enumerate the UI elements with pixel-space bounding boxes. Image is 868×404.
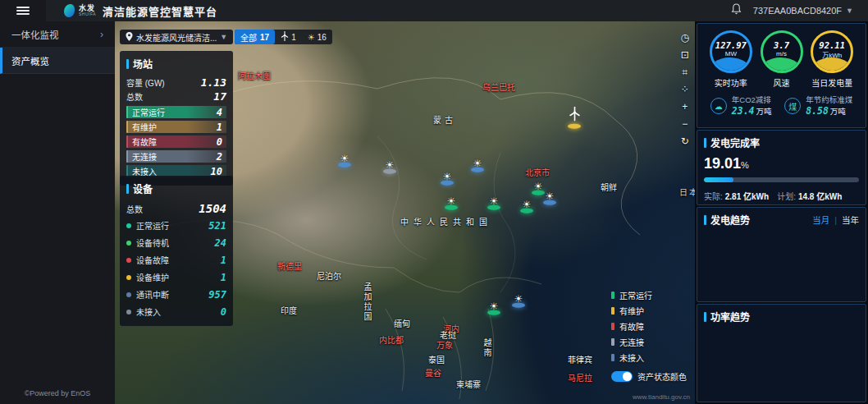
device-status-label: 通讯中断 — [136, 288, 169, 301]
filter-all-button[interactable]: 全部 17 — [235, 30, 275, 44]
device-panel: 设备 总数 1504 正常运行521设备待机24设备故障1设备维护1通讯中断95… — [120, 176, 233, 326]
map-label: 北京市 — [525, 166, 550, 178]
status-dot-icon — [126, 310, 131, 314]
hamburger-menu-button[interactable] — [0, 0, 46, 21]
sidebar-item-integrated-monitoring[interactable]: 一体化监视 › — [0, 21, 115, 48]
app-root: 水发 SHUIFA 清洁能源管控智慧平台 737EAA0BACD8420F ▼ … — [0, 0, 868, 404]
solar-station-marker[interactable]: ☀ — [520, 200, 533, 213]
marker-status-base — [441, 181, 454, 186]
marker-status-base — [471, 168, 484, 172]
shuifa-logo-icon — [64, 4, 75, 17]
marker-status-base — [487, 205, 500, 210]
legend-color-chip — [611, 307, 614, 314]
location-pin-icon — [126, 32, 133, 43]
caret-down-icon: ▼ — [220, 33, 227, 41]
legend-item: 未接入 — [611, 351, 687, 364]
filter-solar-button[interactable]: ☀ 16 — [302, 33, 332, 42]
history-icon[interactable]: ◷ — [681, 33, 689, 43]
generation-completion-card: 发电完成率 19.01% 实际:2.81 亿kWh 计划:14.8 亿kWh — [697, 130, 866, 205]
realtime-stats-card: 127.97 MW 实时功率 3.7 m/s 风速 — [697, 23, 866, 128]
zoom-in-icon[interactable]: + — [681, 102, 689, 112]
device-status-value: 1 — [221, 272, 226, 283]
gauge-daily-generation: 92.11 万kWh 当日发电量 — [806, 30, 857, 89]
device-status-value: 24 — [215, 237, 226, 249]
gauge-wind-speed: 3.7 m/s 风速 — [756, 30, 807, 89]
solar-station-marker[interactable]: ☀ — [487, 196, 500, 210]
co2-reduction-stat: ☁ 年CO2减排 23.4万吨 — [710, 95, 772, 117]
device-total-value: 1504 — [199, 202, 226, 215]
tab-current-year[interactable]: 当年 — [842, 213, 859, 226]
station-total-value: 17 — [213, 90, 226, 103]
station-status-row: 有维护1 — [126, 121, 226, 133]
asset-status-color-toggle[interactable] — [611, 371, 633, 382]
map-label: 蒙古 — [433, 113, 456, 126]
tab-current-month[interactable]: 当月 — [812, 213, 829, 226]
map-label: 曼谷 — [425, 366, 441, 379]
device-status-value: 1 — [221, 255, 226, 266]
map-label: 柬埔寨 — [456, 378, 481, 390]
device-status-label: 设备故障 — [136, 254, 169, 266]
station-selector-dropdown[interactable]: 水发能源风光储清洁... ▼ — [120, 30, 233, 44]
map-label: 尼泊尔 — [317, 269, 341, 282]
solar-station-marker[interactable]: ☀ — [543, 191, 556, 205]
device-status-label: 正常运行 — [136, 219, 169, 232]
solar-station-marker[interactable]: ☀ — [383, 160, 396, 174]
power-trend-title: 功率趋势 — [710, 310, 750, 324]
status-dot-icon — [126, 223, 131, 228]
device-status-value: 521 — [208, 220, 226, 232]
header: 水发 SHUIFA 清洁能源管控智慧平台 737EAA0BACD8420F ▼ — [0, 0, 868, 21]
map-label: 新德里 — [277, 259, 302, 272]
map-label: 朝鲜 — [601, 181, 617, 193]
solar-station-marker[interactable]: ☀ — [445, 196, 458, 210]
solar-station-marker[interactable]: ☀ — [441, 172, 454, 186]
wind-station-marker[interactable] — [568, 107, 581, 129]
chevron-right-icon: › — [100, 29, 103, 40]
station-status-label: 正常运行 — [132, 106, 165, 118]
right-panel: 127.97 MW 实时功率 3.7 m/s 风速 — [695, 21, 868, 404]
zoom-out-icon[interactable]: − — [681, 119, 689, 129]
legend-label: 有维护 — [619, 305, 644, 317]
filter-wind-button[interactable]: 1 — [275, 31, 302, 43]
grid-icon[interactable]: ⁘ — [681, 85, 689, 94]
legend-label: 有故障 — [619, 320, 644, 333]
station-status-value: 2 — [217, 151, 222, 163]
legend-color-chip — [611, 292, 614, 299]
status-dot-icon — [126, 258, 131, 263]
status-dot-icon — [126, 275, 131, 280]
gen-trend-title: 发电趋势 — [710, 213, 750, 227]
reset-view-icon[interactable]: ↻ — [681, 136, 689, 146]
device-status-row: 设备待机24 — [126, 234, 226, 251]
solar-station-marker[interactable]: ☀ — [487, 301, 500, 315]
map-label: 日本海 — [679, 186, 695, 198]
map-label: 越南 — [481, 338, 493, 358]
measure-icon[interactable]: ⌗ — [681, 67, 689, 77]
sidebar: 一体化监视 › 资产概览 ©Powered by EnOS — [0, 21, 115, 404]
sidebar-item-asset-overview[interactable]: 资产概览 — [0, 48, 115, 74]
coal-saving-stat: 煤 年节约标准煤 8.58万吨 — [784, 95, 852, 117]
page-title: 清洁能源管控智慧平台 — [103, 3, 217, 19]
solar-station-marker[interactable]: ☀ — [512, 294, 525, 308]
power-trend-card: 功率趋势 — [697, 304, 866, 402]
map-label: 河内 — [443, 322, 459, 334]
solar-station-marker[interactable]: ☀ — [471, 158, 484, 172]
device-status-label: 设备维护 — [136, 271, 169, 283]
marker-status-base — [338, 163, 351, 168]
actual-generation: 实际:2.81 亿kWh — [704, 190, 769, 202]
screenshot-icon[interactable]: ⊡ — [681, 50, 689, 60]
notification-bell-icon[interactable] — [731, 3, 742, 18]
legend-label: 无连接 — [619, 336, 644, 348]
legend-color-chip — [611, 338, 614, 346]
device-status-row: 设备维护1 — [126, 269, 226, 286]
marker-status-base — [445, 205, 458, 210]
completion-progress-bar — [704, 177, 859, 182]
satellite-map[interactable]: 阿拉木图乌兰巴托蒙古北京市朝鲜日本海中华人民共和国新德里尼泊尔印度孟加拉国缅甸河… — [115, 21, 695, 404]
solar-station-marker[interactable]: ☀ — [338, 154, 351, 168]
device-status-row: 未接入0 — [126, 303, 226, 320]
legend-label: 未接入 — [619, 351, 644, 364]
station-total-row: 总数 17 — [126, 90, 226, 103]
station-status-label: 有维护 — [132, 121, 157, 133]
marker-status-base — [543, 200, 556, 205]
account-menu[interactable]: 737EAA0BACD8420F ▼ — [753, 6, 853, 16]
completion-percent: 19.01% — [704, 155, 859, 172]
status-dot-icon — [126, 292, 131, 297]
